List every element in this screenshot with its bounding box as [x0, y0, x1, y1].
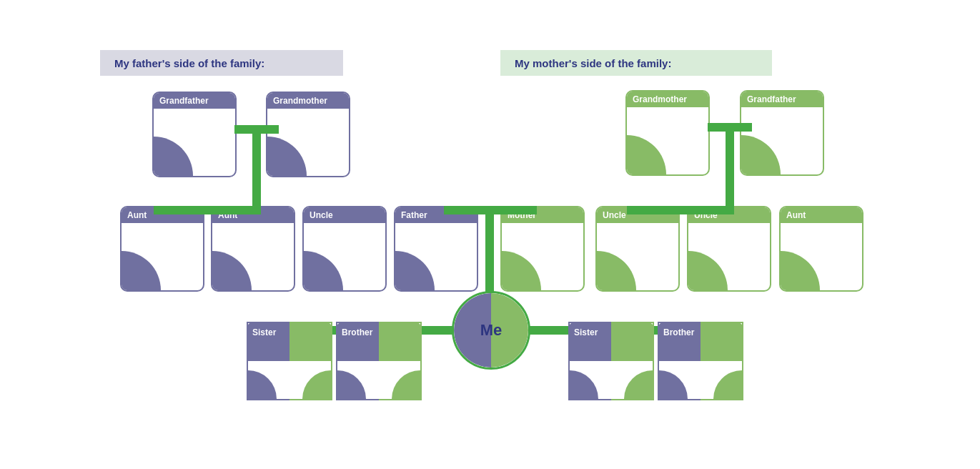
- sister-right-label: Sister: [574, 327, 598, 337]
- aunt1-card: Aunt: [120, 206, 204, 292]
- aunt1-arc: [122, 251, 161, 290]
- brother-left-label: Brother: [342, 327, 372, 337]
- paternal-grandmother-label: Grandmother: [267, 93, 349, 109]
- sister-left-label: Sister: [252, 327, 276, 337]
- aunt2-card: Aunt: [211, 206, 295, 292]
- maternal-gp-v-connector: [726, 123, 734, 209]
- maternal-grandmother-card: Grandmother: [625, 90, 710, 176]
- father-side-title: My father's side of the family:: [114, 57, 264, 69]
- mother-side-title: My mother's side of the family:: [515, 57, 671, 69]
- paternal-grandfather-label: Grandfather: [154, 93, 235, 109]
- maternal-grandmother-label: Grandmother: [627, 92, 708, 107]
- paternal-grandfather-arc: [154, 137, 193, 176]
- page: My father's side of the family: My mothe…: [0, 0, 980, 469]
- uncle3-card: Uncle: [687, 206, 771, 292]
- mother-arc: [502, 251, 541, 290]
- uncle1-card: Uncle: [302, 206, 387, 292]
- maternal-grandfather-label: Grandfather: [741, 92, 823, 107]
- father-card: Father: [394, 206, 478, 292]
- father-side-banner: My father's side of the family:: [100, 50, 343, 76]
- uncle2-card: Uncle: [595, 206, 680, 292]
- maternal-grandfather-arc: [741, 135, 781, 174]
- uncle2-arc: [597, 251, 636, 290]
- right-me-connector: [529, 326, 568, 335]
- mother-side-banner: My mother's side of the family:: [500, 50, 772, 76]
- maternal-parent-h-connector: [627, 206, 734, 214]
- brother-right-card: Brother: [658, 322, 743, 400]
- paternal-grandmother-card: Grandmother: [266, 92, 350, 177]
- sister-left-card: Sister: [247, 322, 332, 400]
- maternal-grandmother-arc: [627, 135, 666, 174]
- me-circle: Me: [452, 291, 530, 370]
- aunt3-label: Aunt: [781, 207, 862, 223]
- aunt3-card: Aunt: [779, 206, 863, 292]
- paternal-gp-v-connector: [252, 125, 261, 211]
- brother-left-card: Brother: [336, 322, 422, 400]
- sister-right-card: Sister: [568, 322, 654, 400]
- paternal-grandfather-card: Grandfather: [152, 92, 237, 177]
- maternal-grandfather-card: Grandfather: [740, 90, 824, 176]
- uncle3-arc: [688, 251, 728, 290]
- aunt3-arc: [781, 251, 820, 290]
- paternal-parent-h-connector: [154, 206, 261, 214]
- me-label: Me: [480, 321, 503, 340]
- mother-card: Mother: [500, 206, 585, 292]
- father-arc: [395, 251, 435, 290]
- aunt2-arc: [212, 251, 252, 290]
- left-me-connector: [422, 326, 456, 335]
- uncle1-label: Uncle: [304, 207, 385, 223]
- paternal-grandmother-arc: [267, 137, 307, 176]
- brother-right-label: Brother: [663, 327, 694, 337]
- uncle1-arc: [304, 251, 343, 290]
